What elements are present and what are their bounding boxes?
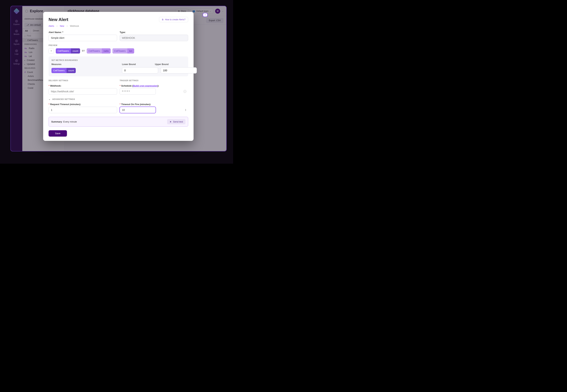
- send-test-button[interactable]: ➤ Send test: [167, 119, 185, 124]
- pill-lon[interactable]: CellTowerslon: [112, 48, 134, 54]
- type-label: Type:: [120, 31, 188, 34]
- pill-radio[interactable]: CellTowersradio: [87, 48, 111, 54]
- crumb-new[interactable]: New: [60, 25, 64, 27]
- alert-name-label: Alert Name: *: [49, 31, 117, 34]
- preview-header: PREVIEW: [49, 44, 188, 46]
- webhook-input[interactable]: [49, 88, 117, 95]
- col-lower: Lower Bound: [122, 63, 152, 66]
- webhook-label: * Webhook:: [49, 84, 117, 87]
- new-alert-modal: New Alert 🗎 How to create Alerts? Alerts…: [43, 12, 194, 141]
- preview-pills: + CellTowerscount BY CellTowersradio Cel…: [49, 48, 188, 54]
- dot-icon: [57, 26, 57, 27]
- metrics-boundaries: SET METRICS BOUNDARIES Measures Lower Bo…: [49, 56, 188, 76]
- number-spinner[interactable]: ▲▼: [185, 109, 186, 111]
- send-icon: ➤: [170, 120, 172, 123]
- col-upper: Upper Bound: [155, 63, 185, 66]
- info-icon[interactable]: i: [183, 90, 186, 93]
- by-label: BY: [82, 50, 85, 52]
- summary-bar: Summary: Every minute ➤ Send test: [49, 117, 188, 127]
- schedule-label: * Schedule (Build cron expression):: [120, 84, 188, 87]
- fire-timeout-label: * Timeout On Fire (minutes):: [120, 103, 188, 106]
- crumb-alerts[interactable]: Alerts: [49, 25, 54, 27]
- dot-icon: [67, 26, 67, 27]
- doc-icon: 🗎: [162, 18, 164, 21]
- advanced-toggle[interactable]: ⌄ ADVANCED SETTINGS: [49, 98, 188, 100]
- close-button[interactable]: ×: [203, 13, 208, 17]
- alert-name-input[interactable]: [49, 35, 117, 41]
- type-input: [120, 35, 188, 41]
- caret-down-icon[interactable]: ▼: [185, 110, 186, 111]
- howto-link[interactable]: 🗎 How to create Alerts?: [159, 17, 188, 22]
- req-timeout-label: * Request Timeout (minutes):: [49, 103, 117, 106]
- modal-breadcrumb: Alerts New Webhook: [49, 25, 188, 27]
- lower-bound-input[interactable]: [122, 67, 158, 73]
- summary-text: Summary: Every minute: [51, 120, 77, 123]
- add-measure-button[interactable]: +: [49, 48, 54, 54]
- col-measures: Measures: [51, 63, 119, 66]
- pill-count[interactable]: CellTowerscount: [56, 48, 80, 54]
- trigger-header: TRIGGER SETTINGS: [120, 80, 188, 82]
- schedule-input[interactable]: [120, 88, 156, 95]
- modal-title: New Alert: [49, 17, 68, 22]
- cron-link[interactable]: Build cron expression: [133, 84, 158, 87]
- chevron-down-icon: ⌄: [49, 98, 50, 100]
- metrics-header: SET METRICS BOUNDARIES: [51, 59, 185, 61]
- fire-timeout-input[interactable]: [120, 107, 156, 113]
- upper-bound-input[interactable]: [161, 67, 197, 73]
- delivery-header: DELIVERY SETTINGS: [49, 80, 117, 82]
- metric-pill: CellTowerscount: [51, 68, 76, 73]
- crumb-webhook: Webhook: [70, 25, 79, 27]
- save-button[interactable]: Save: [49, 130, 67, 137]
- req-timeout-input[interactable]: [49, 107, 117, 113]
